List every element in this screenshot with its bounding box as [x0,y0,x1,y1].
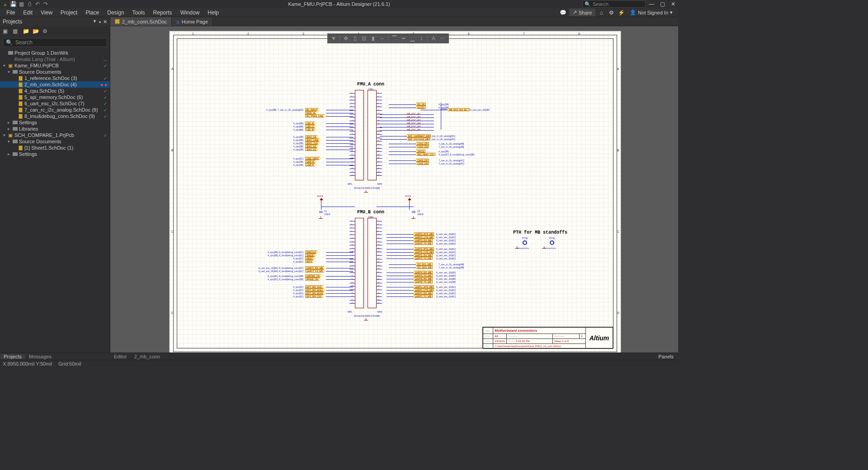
app-icon: ⟁ [2,1,8,7]
tab-messages[interactable]: Messages [25,354,55,359]
settings-icon[interactable]: ⚙ [42,28,49,34]
tree-row[interactable]: 7_can_rc_i2c_analog.SchDoc (8)✓ [0,107,110,113]
panel-close-icon[interactable]: ✕ [103,19,107,25]
cn2-mp2: MP2 [377,310,382,313]
net-ref: 7_can_rc_i2c_analog[4B] [439,146,464,148]
menu-design[interactable]: Design [104,9,127,17]
panel-header: Projects ▼ ⬥ ✕ [0,17,110,26]
open-proj-icon[interactable]: ▦ [13,28,19,34]
menu-project[interactable]: Project [57,9,81,17]
tree-row[interactable]: [1] Sheet1.SchDoc (1) [0,145,110,151]
pin-icon[interactable]: ⬥ [99,19,101,25]
tree-row[interactable]: ▾Source Documents [0,138,110,145]
tree-row[interactable]: Renata Lang (Trial - Altium)... [0,56,110,62]
tree-row[interactable]: ▾▣Kame_FMU.PrjPCB✓ [0,62,110,69]
menu-tools[interactable]: Tools [129,9,149,17]
folder2-icon[interactable]: 📂 [33,28,39,34]
align-top-icon[interactable]: ▔ [390,34,398,42]
net-name: MB_ESC_M2 [407,116,420,118]
schematic-viewport[interactable]: ▼ ✥ ▯ ⊟ ▮ ↔ ▔ ━ ▁ ↕ A ⋯ 1122334455667788… [110,26,678,360]
net-ref: 6_uart_esc_i2c[6C] [436,254,456,257]
tree-row[interactable]: ▸Settings [0,151,110,157]
tree-row[interactable]: 8_imu&debug_conn.SchDoc (9)✓ [0,113,110,119]
text-icon[interactable]: A [429,34,438,42]
save-icon[interactable]: 💾 [10,1,16,7]
net-ref: 6_uart_esc_i2c[6C] [436,248,456,250]
tab-projects[interactable]: Projects [0,354,25,359]
more-icon[interactable]: ⋯ [439,34,447,42]
projects-panel: Projects ▼ ⬥ ✕ ▣ ▦ 📁 📂 ⚙ 🔍 Search Projec… [0,17,110,360]
net-label: UART3_RX_MB [414,239,433,242]
altium-logo: Altium [590,334,609,342]
menu-edit[interactable]: Edit [19,9,36,17]
pwr-vcc1 [409,198,410,203]
tab-doc[interactable]: 2_mb_conn [131,354,164,359]
folder-icon[interactable]: 📁 [23,28,29,34]
menu-reports[interactable]: Reports [150,9,176,17]
distribute-h-icon[interactable]: ↔ [378,34,386,42]
align-center-icon[interactable]: ⊟ [360,34,368,42]
menu-file[interactable]: File [3,9,19,17]
tree-row[interactable]: 6_uart_esc_i2c.SchDoc (7)✓ [0,100,110,107]
tree-row[interactable]: 2_mb_conn.SchDoc (4)● ● [0,81,110,88]
move-icon[interactable]: ✥ [342,34,350,42]
tree-row[interactable]: ▾▣SCH_COMPARE_1.PrjPcb✓ [0,132,110,138]
menu-window[interactable]: Window [177,9,203,17]
global-search[interactable]: 🔍 Search [582,0,646,8]
menu-place[interactable]: Place [82,9,103,17]
net-ref: 4_cpu[3B] [439,103,449,106]
net-label: EXT_SPI_MOSI [305,291,324,295]
open-icon[interactable]: ▦ [18,1,24,7]
tree-row[interactable]: ▾Source Documents [0,69,110,75]
align-bot-icon[interactable]: ▁ [408,34,416,42]
net-label: UART4_RX_MB [414,271,433,274]
new-icon[interactable]: ▣ [3,28,9,34]
pth1-fp: PTH-M2D5X5 [518,247,529,249]
home-icon[interactable]: ⌂ [597,9,605,17]
net-label: CAN1_DN [416,145,429,148]
net-label: LED_R [305,122,315,125]
notification-icon[interactable]: ⚡ [617,9,625,17]
tree-row[interactable]: 1_reference.SchDoc (3)✓ [0,75,110,81]
tree-row[interactable]: ▸Libraries [0,126,110,132]
tree-row[interactable]: ▸Settings [0,119,110,126]
filter-icon[interactable]: ▼ [330,34,338,42]
align-left-icon[interactable]: ▯ [351,34,359,42]
net-ref: 6_uart_esc_i2c[6C] [436,242,456,245]
tab-schdoc[interactable]: 2_mb_conn.SchDoc [110,17,172,26]
tab-home[interactable]: ⌂ Home Page [172,17,213,26]
redo-icon[interactable]: ↷ [42,1,49,7]
menu-view[interactable]: View [37,9,56,17]
net-ref: 6_uart_esc_i2c[6C] [436,251,456,254]
cn1-mp2: MP2 [377,183,382,185]
tree-row[interactable]: Project Group 1.DsnWrk [0,50,110,56]
tb-file: C:\Users\renata.lang\Documents\Kame_FMU\… [493,344,586,349]
minimize-button[interactable]: — [646,0,656,8]
block-title-b: FMU_B conn [357,210,384,215]
panel-search[interactable]: 🔍 Search [3,38,107,47]
align-right-icon[interactable]: ▮ [369,34,377,42]
net-ref: 6_uart_esc_i2c[6C] [436,289,456,291]
net-ref: 4_cpu[3B], 8_imu&debug_conn[2C] [246,251,303,254]
tree-row[interactable]: 5_spi_memory.SchDoc (6)✓ [0,94,110,100]
print-icon[interactable]: ⎙ [26,1,33,7]
menu-help[interactable]: Help [204,9,222,17]
distribute-v-icon[interactable]: ↕ [417,34,425,42]
comment-icon[interactable]: 💬 [559,9,567,17]
tab-editor[interactable]: Editor [110,354,131,359]
maximize-button[interactable]: ▢ [657,0,667,8]
align-mid-icon[interactable]: ━ [399,34,407,42]
close-button[interactable]: ✕ [668,0,678,8]
share-button[interactable]: ↗ Share [569,9,595,16]
net-ref: 4_cpu[3C] [246,292,303,295]
net-label: SDIO_D0 [305,145,317,148]
signin-button[interactable]: 👤 Not Signed In ▾ [627,9,675,15]
gear-icon[interactable]: ⚙ [607,9,615,17]
net-ref: 6_uart_esc_i2c[6C] [436,292,456,295]
dropdown-icon[interactable]: ▼ [93,19,97,25]
panels-button[interactable]: Panels [654,354,678,359]
schematic-sheet[interactable]: 1122334455667788AABBCCDD FMU_A conn CN1 … [169,31,621,356]
tree-row[interactable]: 4_cpu.SchDoc (5)✓ [0,88,110,94]
net-label: SWDIO [305,254,316,257]
undo-icon[interactable]: ↶ [34,1,41,7]
